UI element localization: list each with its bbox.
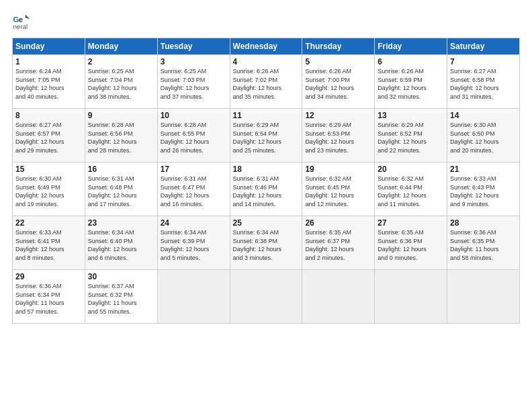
day-number: 14 (450, 111, 517, 120)
day-cell: 5Sunrise: 6:26 AM Sunset: 7:00 PM Daylig… (302, 55, 375, 109)
day-info: Sunrise: 6:29 AM Sunset: 6:52 PM Dayligh… (378, 121, 444, 154)
day-info: Sunrise: 6:30 AM Sunset: 6:50 PM Dayligh… (450, 121, 517, 154)
day-number: 5 (305, 57, 371, 66)
col-header-saturday: Saturday (447, 38, 520, 55)
day-info: Sunrise: 6:29 AM Sunset: 6:53 PM Dayligh… (305, 121, 371, 154)
calendar-page: G e neral SundayMondayTuesdayWednesdayTh… (0, 0, 532, 411)
day-cell: 9Sunrise: 6:28 AM Sunset: 6:56 PM Daylig… (85, 109, 157, 163)
day-cell (302, 270, 375, 324)
day-number: 29 (15, 272, 82, 281)
day-number: 16 (88, 165, 154, 174)
day-number: 6 (378, 57, 444, 66)
day-cell: 29Sunrise: 6:36 AM Sunset: 6:34 PM Dayli… (13, 270, 85, 324)
day-info: Sunrise: 6:34 AM Sunset: 6:40 PM Dayligh… (88, 228, 154, 262)
col-header-friday: Friday (375, 38, 447, 55)
day-info: Sunrise: 6:28 AM Sunset: 6:56 PM Dayligh… (88, 121, 154, 154)
day-info: Sunrise: 6:35 AM Sunset: 6:36 PM Dayligh… (378, 228, 444, 262)
day-number: 27 (378, 218, 444, 228)
day-info: Sunrise: 6:30 AM Sunset: 6:49 PM Dayligh… (15, 175, 82, 208)
day-cell: 26Sunrise: 6:35 AM Sunset: 6:37 PM Dayli… (302, 216, 375, 270)
day-cell: 11Sunrise: 6:29 AM Sunset: 6:54 PM Dayli… (230, 109, 302, 163)
col-header-wednesday: Wednesday (230, 38, 302, 55)
day-cell: 3Sunrise: 6:25 AM Sunset: 7:03 PM Daylig… (157, 55, 230, 109)
header-row: SundayMondayTuesdayWednesdayThursdayFrid… (13, 38, 520, 55)
day-info: Sunrise: 6:31 AM Sunset: 6:48 PM Dayligh… (88, 175, 154, 208)
week-row-3: 15Sunrise: 6:30 AM Sunset: 6:49 PM Dayli… (13, 163, 520, 216)
day-info: Sunrise: 6:32 AM Sunset: 6:45 PM Dayligh… (305, 175, 371, 208)
logo: G e neral (12, 12, 34, 31)
day-info: Sunrise: 6:27 AM Sunset: 6:58 PM Dayligh… (450, 67, 517, 101)
day-number: 18 (233, 165, 300, 174)
week-row-5: 29Sunrise: 6:36 AM Sunset: 6:34 PM Dayli… (13, 270, 520, 324)
day-number: 1 (15, 57, 82, 66)
day-info: Sunrise: 6:36 AM Sunset: 6:35 PM Dayligh… (450, 228, 517, 262)
day-cell: 21Sunrise: 6:33 AM Sunset: 6:43 PM Dayli… (447, 163, 520, 216)
day-cell: 28Sunrise: 6:36 AM Sunset: 6:35 PM Dayli… (447, 216, 520, 270)
day-number: 8 (15, 111, 82, 120)
col-header-monday: Monday (85, 38, 157, 55)
day-info: Sunrise: 6:27 AM Sunset: 6:57 PM Dayligh… (15, 121, 82, 154)
week-row-1: 1Sunrise: 6:24 AM Sunset: 7:05 PM Daylig… (13, 55, 520, 109)
day-cell: 18Sunrise: 6:31 AM Sunset: 6:46 PM Dayli… (230, 163, 302, 216)
day-info: Sunrise: 6:28 AM Sunset: 6:55 PM Dayligh… (161, 121, 227, 154)
svg-marker-3 (26, 15, 30, 19)
day-cell (230, 270, 302, 324)
day-info: Sunrise: 6:34 AM Sunset: 6:39 PM Dayligh… (161, 228, 227, 262)
day-cell: 25Sunrise: 6:34 AM Sunset: 6:38 PM Dayli… (230, 216, 302, 270)
svg-text:neral: neral (13, 23, 28, 30)
day-cell: 19Sunrise: 6:32 AM Sunset: 6:45 PM Dayli… (302, 163, 375, 216)
logo-icon: G e neral (12, 12, 31, 31)
day-number: 9 (88, 111, 154, 120)
day-number: 23 (88, 218, 154, 228)
header: G e neral (12, 12, 520, 31)
day-info: Sunrise: 6:34 AM Sunset: 6:38 PM Dayligh… (233, 228, 300, 262)
day-cell: 2Sunrise: 6:25 AM Sunset: 7:04 PM Daylig… (85, 55, 157, 109)
day-cell: 8Sunrise: 6:27 AM Sunset: 6:57 PM Daylig… (13, 109, 85, 163)
col-header-thursday: Thursday (302, 38, 375, 55)
day-info: Sunrise: 6:35 AM Sunset: 6:37 PM Dayligh… (305, 228, 371, 262)
day-info: Sunrise: 6:36 AM Sunset: 6:34 PM Dayligh… (15, 282, 82, 316)
day-cell: 6Sunrise: 6:26 AM Sunset: 6:59 PM Daylig… (375, 55, 447, 109)
day-number: 20 (378, 165, 444, 174)
day-number: 24 (161, 218, 227, 228)
day-number: 22 (15, 218, 82, 228)
day-info: Sunrise: 6:24 AM Sunset: 7:05 PM Dayligh… (15, 67, 82, 101)
day-number: 26 (305, 218, 371, 228)
day-info: Sunrise: 6:31 AM Sunset: 6:47 PM Dayligh… (161, 175, 227, 208)
day-number: 10 (161, 111, 227, 120)
day-cell: 13Sunrise: 6:29 AM Sunset: 6:52 PM Dayli… (375, 109, 447, 163)
day-number: 4 (233, 57, 300, 66)
day-cell: 20Sunrise: 6:32 AM Sunset: 6:44 PM Dayli… (375, 163, 447, 216)
day-cell: 4Sunrise: 6:26 AM Sunset: 7:02 PM Daylig… (230, 55, 302, 109)
day-cell: 22Sunrise: 6:33 AM Sunset: 6:41 PM Dayli… (13, 216, 85, 270)
day-info: Sunrise: 6:26 AM Sunset: 7:02 PM Dayligh… (233, 67, 300, 101)
calendar-table: SundayMondayTuesdayWednesdayThursdayFrid… (12, 38, 520, 324)
day-cell (157, 270, 230, 324)
day-cell (375, 270, 447, 324)
day-cell (447, 270, 520, 324)
day-cell: 17Sunrise: 6:31 AM Sunset: 6:47 PM Dayli… (157, 163, 230, 216)
week-row-2: 8Sunrise: 6:27 AM Sunset: 6:57 PM Daylig… (13, 109, 520, 163)
day-info: Sunrise: 6:26 AM Sunset: 6:59 PM Dayligh… (378, 67, 444, 101)
day-number: 30 (88, 272, 154, 281)
day-number: 7 (450, 57, 517, 66)
day-info: Sunrise: 6:25 AM Sunset: 7:04 PM Dayligh… (88, 67, 154, 101)
day-info: Sunrise: 6:37 AM Sunset: 6:32 PM Dayligh… (88, 282, 154, 316)
day-info: Sunrise: 6:31 AM Sunset: 6:46 PM Dayligh… (233, 175, 300, 208)
day-number: 2 (88, 57, 154, 66)
day-number: 17 (161, 165, 227, 174)
day-cell: 1Sunrise: 6:24 AM Sunset: 7:05 PM Daylig… (13, 55, 85, 109)
week-row-4: 22Sunrise: 6:33 AM Sunset: 6:41 PM Dayli… (13, 216, 520, 270)
day-cell: 15Sunrise: 6:30 AM Sunset: 6:49 PM Dayli… (13, 163, 85, 216)
day-number: 13 (378, 111, 444, 120)
day-info: Sunrise: 6:33 AM Sunset: 6:43 PM Dayligh… (450, 175, 517, 208)
day-cell: 24Sunrise: 6:34 AM Sunset: 6:39 PM Dayli… (157, 216, 230, 270)
day-info: Sunrise: 6:32 AM Sunset: 6:44 PM Dayligh… (378, 175, 444, 208)
day-number: 11 (233, 111, 300, 120)
day-info: Sunrise: 6:33 AM Sunset: 6:41 PM Dayligh… (15, 228, 82, 262)
col-header-sunday: Sunday (13, 38, 85, 55)
day-info: Sunrise: 6:26 AM Sunset: 7:00 PM Dayligh… (305, 67, 371, 101)
day-cell: 10Sunrise: 6:28 AM Sunset: 6:55 PM Dayli… (157, 109, 230, 163)
day-number: 25 (233, 218, 300, 228)
day-cell: 12Sunrise: 6:29 AM Sunset: 6:53 PM Dayli… (302, 109, 375, 163)
